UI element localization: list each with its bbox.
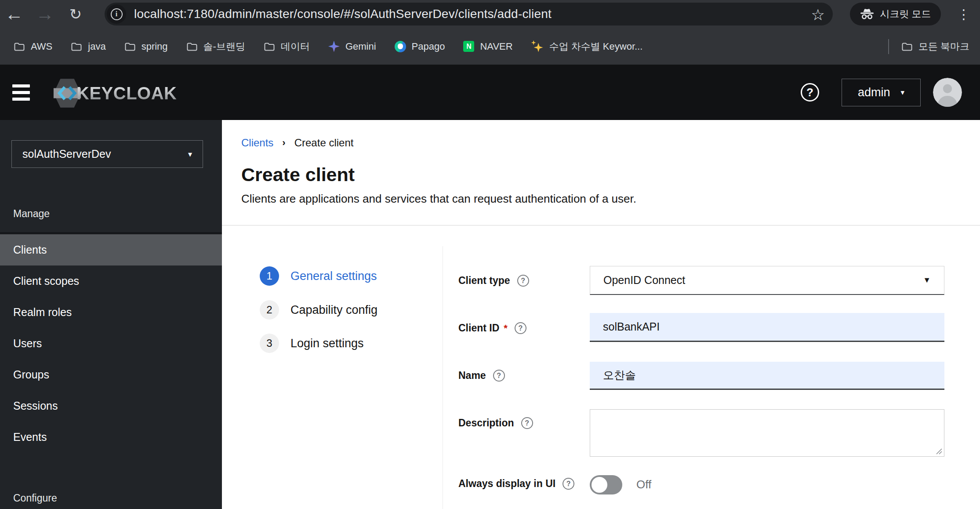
realm-selector[interactable]: solAuthServerDev ▾ [11, 140, 203, 168]
sidebar: solAuthServerDev ▾ Manage Clients Client… [0, 120, 222, 509]
step-label: Capability config [290, 303, 377, 317]
client-id-input[interactable]: solBankAPI [590, 313, 944, 342]
wizard-divider [443, 246, 443, 509]
incognito-icon [860, 8, 875, 20]
sidebar-nav: Clients Client scopes Realm roles Users … [0, 232, 222, 453]
bookmarks-separator [888, 39, 889, 54]
bookmarks-bar: AWS java spring 솔-브랜딩 데이터 Gemini Papago … [0, 28, 980, 65]
breadcrumb-current: Create client [294, 137, 354, 149]
chevron-down-icon: ▾ [188, 149, 192, 159]
help-icon[interactable]: ? [563, 478, 574, 490]
sidebar-item-events[interactable]: Events [0, 422, 222, 453]
wizard-step-login-settings[interactable]: 3 Login settings [260, 334, 364, 353]
bookmark-label: 데이터 [281, 40, 310, 53]
bookmark-label: spring [142, 41, 168, 52]
bookmark-folder-sol-branding[interactable]: 솔-브랜딩 [177, 34, 254, 59]
toggle-state-label: Off [636, 478, 651, 491]
client-type-value: OpenID Connect [603, 274, 685, 287]
sidebar-item-sessions[interactable]: Sessions [0, 390, 222, 422]
sidebar-item-realm-roles[interactable]: Realm roles [0, 297, 222, 328]
bookmark-keyword[interactable]: 수업 차수별 Keywor... [522, 34, 652, 59]
incognito-badge: 시크릿 모드 [850, 3, 941, 25]
keycloak-logo[interactable]: KEYCLOAK [53, 77, 177, 109]
bookmark-label: Gemini [345, 41, 376, 52]
wizard-step-capability-config[interactable]: 2 Capability config [260, 300, 377, 320]
chevron-down-icon: ▼ [923, 276, 931, 285]
step-label: Login settings [290, 337, 364, 350]
sparkles-icon [531, 40, 544, 53]
client-type-select[interactable]: OpenID Connect ▼ [590, 266, 944, 295]
hamburger-menu-icon[interactable] [12, 84, 30, 104]
bookmark-star-icon[interactable]: ☆ [811, 6, 825, 24]
bookmark-folder-data[interactable]: 데이터 [254, 34, 319, 59]
client-id-label: Client ID * ? [458, 322, 526, 334]
always-display-label: Always display in UI ? [458, 478, 574, 490]
page-subtitle: Clients are applications and services th… [241, 192, 636, 206]
bookmark-naver[interactable]: N NAVER [454, 34, 522, 59]
user-menu[interactable]: admin ▾ [842, 79, 921, 106]
help-icon[interactable]: ? [801, 83, 819, 102]
folder-icon [124, 41, 136, 52]
help-icon[interactable]: ? [515, 322, 526, 334]
bookmark-label: java [88, 41, 105, 52]
realm-name: solAuthServerDev [22, 148, 111, 160]
sidebar-item-client-scopes[interactable]: Client scopes [0, 265, 222, 297]
bookmark-folder-spring[interactable]: spring [115, 34, 177, 59]
sidebar-item-users[interactable]: Users [0, 328, 222, 359]
folder-icon [264, 41, 275, 52]
folder-icon [71, 41, 82, 52]
resize-handle[interactable] [935, 447, 943, 455]
description-label: Description ? [458, 417, 533, 429]
page-title: Create client [241, 164, 355, 185]
reload-icon[interactable]: ↻ [63, 0, 88, 28]
bookmark-gemini[interactable]: Gemini [319, 34, 385, 59]
step-number: 1 [260, 266, 279, 286]
help-icon[interactable]: ? [493, 370, 505, 382]
info-icon: i [111, 8, 123, 20]
header-divider [222, 225, 980, 225]
wizard-step-general-settings[interactable]: 1 General settings [260, 266, 377, 286]
breadcrumb-clients-link[interactable]: Clients [241, 137, 273, 149]
client-id-value: solBankAPI [603, 320, 660, 333]
user-name: admin [858, 86, 890, 99]
bookmark-label: AWS [31, 41, 52, 52]
name-input[interactable]: 오찬솔 [590, 362, 944, 390]
bookmark-folder-java[interactable]: java [62, 34, 115, 59]
folder-icon [901, 41, 913, 52]
main-content: Clients › Create client Create client Cl… [222, 120, 980, 509]
help-icon[interactable]: ? [517, 275, 529, 287]
chevron-right-icon: › [282, 137, 285, 149]
always-display-toggle[interactable] [590, 475, 622, 494]
step-number: 2 [260, 300, 279, 320]
step-number: 3 [260, 334, 279, 353]
help-icon[interactable]: ? [521, 417, 533, 429]
description-textarea[interactable] [590, 409, 944, 457]
breadcrumb: Clients › Create client [241, 137, 353, 149]
bookmark-papago[interactable]: Papago [385, 34, 454, 59]
sidebar-item-groups[interactable]: Groups [0, 359, 222, 390]
url-text[interactable]: localhost:7180/admin/master/console/#/so… [134, 7, 552, 21]
browser-toolbar: ← → ↻ i localhost:7180/admin/master/cons… [0, 0, 980, 28]
forward-icon[interactable]: → [33, 0, 57, 28]
bookmark-label: 수업 차수별 Keywor... [549, 40, 643, 53]
name-value: 오찬솔 [603, 368, 636, 382]
sidebar-section-configure: Configure [13, 492, 57, 504]
folder-icon [186, 41, 198, 52]
back-icon[interactable]: ← [2, 0, 26, 28]
bookmark-label: 솔-브랜딩 [203, 40, 245, 53]
all-bookmarks-button[interactable]: 모든 북마크 [899, 34, 972, 59]
gemini-icon [328, 41, 340, 52]
browser-menu-icon[interactable]: ⋮ [957, 0, 970, 28]
address-bar[interactable]: i localhost:7180/admin/master/console/#/… [105, 3, 833, 25]
site-info-button[interactable]: i [107, 4, 126, 24]
chevron-down-icon: ▾ [901, 88, 905, 97]
sidebar-item-clients[interactable]: Clients [0, 234, 222, 265]
name-label: Name ? [458, 370, 505, 382]
client-type-label: Client type ? [458, 275, 529, 287]
avatar[interactable] [933, 78, 962, 107]
incognito-label: 시크릿 모드 [880, 7, 931, 21]
step-label: General settings [290, 269, 377, 283]
bookmark-folder-aws[interactable]: AWS [4, 34, 62, 59]
folder-icon [14, 41, 25, 52]
toggle-knob [592, 477, 607, 493]
